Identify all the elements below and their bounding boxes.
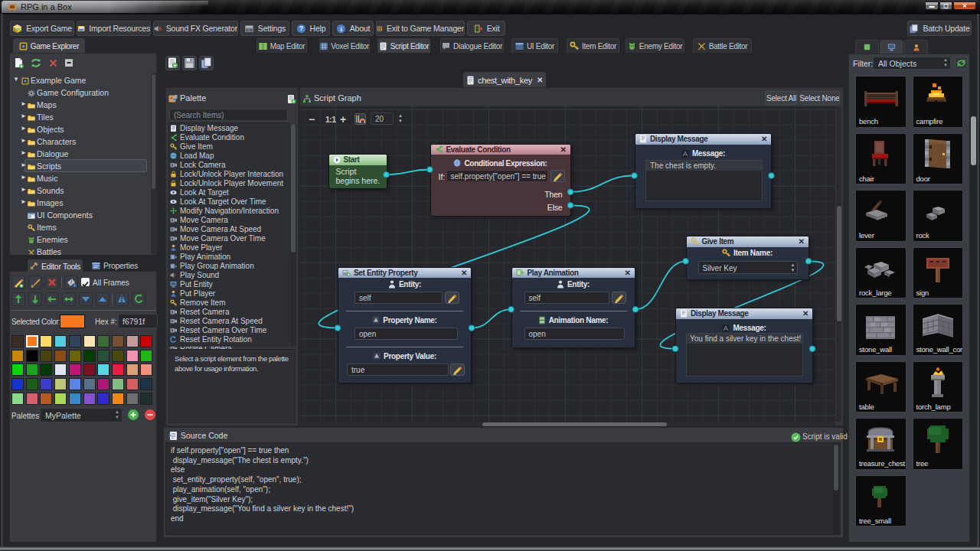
svg-text:?: ? bbox=[299, 24, 303, 32]
